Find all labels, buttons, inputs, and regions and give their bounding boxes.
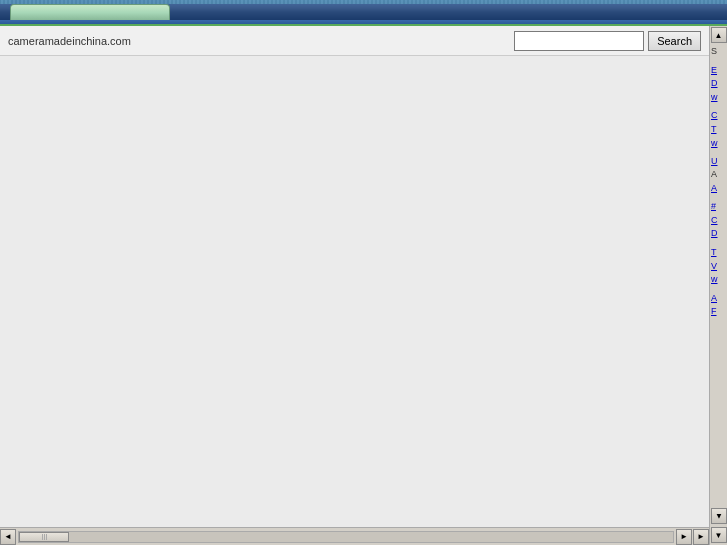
sidebar-link-t2[interactable]: T [711, 246, 726, 259]
search-input[interactable] [514, 31, 644, 51]
sep3 [711, 150, 726, 154]
sidebar-text-a1: A [711, 169, 726, 181]
sidebar-link-c2[interactable]: C [711, 214, 726, 227]
sep4 [711, 195, 726, 199]
scroll-down-buttons: ▲ ▼ [711, 507, 727, 544]
sep2 [711, 104, 726, 108]
site-name: cameramadeinchina.com [8, 35, 131, 47]
right-arrow-icon-2: ► [697, 532, 705, 541]
up-arrow-icon: ▲ [715, 31, 723, 40]
right-scroll-buttons: ◄ ► [676, 529, 709, 545]
horizontal-scrollbar: ◄ ◄ ► [0, 527, 709, 545]
sidebar-link-e[interactable]: E [711, 64, 726, 77]
sep6 [711, 287, 726, 291]
down-arrow-icon-1: ▲ [715, 512, 723, 521]
scroll-up-button[interactable]: ▲ [711, 27, 727, 43]
scroll-right-button-1[interactable]: ◄ [676, 529, 692, 545]
vertical-scrollbar: ▲ S E D w C T w U A A # C D [709, 26, 727, 545]
gradient-strip [0, 0, 727, 4]
right-arrow-icon-1: ◄ [680, 532, 688, 541]
sidebar-link-a[interactable]: A [711, 182, 726, 195]
horizontal-scroll-track[interactable] [18, 531, 674, 543]
search-button[interactable]: Search [648, 31, 701, 51]
active-tab[interactable] [10, 4, 170, 20]
sidebar-link-v[interactable]: V [711, 260, 726, 273]
sidebar-link-w3[interactable]: w [711, 273, 726, 286]
sidebar-link-d2[interactable]: D [711, 227, 726, 240]
sidebar-link-u[interactable]: U [711, 155, 726, 168]
sidebar-link-c1[interactable]: C [711, 109, 726, 122]
sidebar-link-hash[interactable]: # [711, 200, 726, 213]
sidebar-link-f[interactable]: F [711, 305, 726, 318]
sidebar-link-w2[interactable]: w [711, 137, 726, 150]
left-arrow-icon: ◄ [4, 532, 12, 541]
browser-window: cameramadeinchina.com Search ◄ [0, 0, 727, 545]
sep1 [711, 59, 726, 63]
sidebar-text-s: S [711, 46, 726, 58]
down-arrow-icon-2: ▼ [715, 531, 723, 540]
sidebar-link-w1[interactable]: w [711, 91, 726, 104]
tab-bar [0, 0, 727, 20]
sidebar-links: S E D w C T w U A A # C D T V [710, 44, 727, 507]
sidebar-link-a2[interactable]: A [711, 292, 726, 305]
scroll-down-button-1[interactable]: ▲ [711, 508, 727, 524]
sep5 [711, 241, 726, 245]
sidebar-link-d1[interactable]: D [711, 77, 726, 90]
page-content [0, 56, 709, 527]
scroll-down-button-2[interactable]: ▼ [711, 527, 727, 543]
horizontal-scroll-thumb[interactable] [19, 532, 69, 542]
sidebar-link-t[interactable]: T [711, 123, 726, 136]
scroll-right-button-2[interactable]: ► [693, 529, 709, 545]
search-area: Search [514, 31, 701, 51]
scroll-left-button[interactable]: ◄ [0, 529, 16, 545]
header-bar: cameramadeinchina.com Search [0, 26, 709, 56]
